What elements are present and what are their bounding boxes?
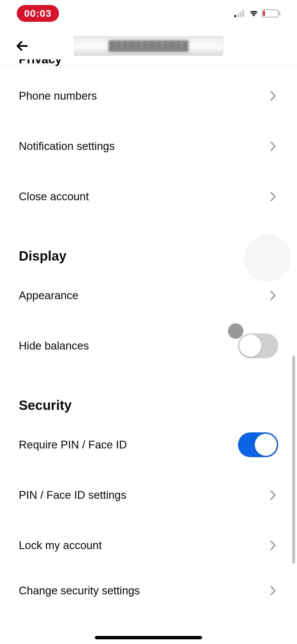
hide-balances-item: Hide balances <box>19 321 278 371</box>
notification-settings-item[interactable]: Notification settings <box>19 121 278 171</box>
lock-account-item[interactable]: Lock my account <box>19 520 278 571</box>
section-heading-security: Security <box>19 398 278 413</box>
svg-rect-0 <box>234 15 236 17</box>
require-pin-toggle[interactable] <box>238 432 278 457</box>
scrollbar[interactable] <box>292 356 295 564</box>
battery-percent: 13 <box>266 11 271 16</box>
close-account-label: Close account <box>19 190 89 203</box>
require-pin-item: Require PIN / Face ID <box>19 420 278 470</box>
pin-settings-label: PIN / Face ID settings <box>19 489 126 501</box>
change-security-item[interactable]: Change security settings <box>19 571 278 611</box>
content-scroll[interactable]: Privacy Phone numbers Notification setti… <box>0 59 297 611</box>
chevron-right-icon <box>268 192 278 202</box>
chevron-right-icon <box>268 290 278 301</box>
phone-numbers-label: Phone numbers <box>19 90 97 102</box>
page-title-blurred: ████████████ <box>74 36 223 56</box>
battery-icon: 13 <box>262 9 280 17</box>
status-bar: 00:03 13 <box>0 0 297 27</box>
close-account-item[interactable]: Close account <box>19 171 278 222</box>
pin-settings-item[interactable]: PIN / Face ID settings <box>19 470 278 520</box>
require-pin-label: Require PIN / Face ID <box>19 438 127 451</box>
svg-rect-2 <box>240 12 241 17</box>
chevron-right-icon <box>268 141 278 151</box>
home-indicator[interactable] <box>95 636 202 639</box>
svg-rect-1 <box>237 13 239 17</box>
section-heading-privacy-partial: Privacy <box>19 59 278 67</box>
back-button[interactable] <box>14 38 31 54</box>
recording-time-pill: 00:03 <box>17 5 59 22</box>
wifi-icon <box>249 10 258 17</box>
section-heading-display: Display <box>19 249 278 264</box>
appearance-label: Appearance <box>19 289 78 302</box>
change-security-label: Change security settings <box>19 584 140 597</box>
notification-settings-label: Notification settings <box>19 140 115 153</box>
phone-numbers-item[interactable]: Phone numbers <box>19 71 278 121</box>
arrow-left-icon <box>15 39 29 53</box>
chevron-right-icon <box>268 586 278 596</box>
status-right: 13 <box>234 9 280 17</box>
cellular-signal-icon <box>234 10 246 17</box>
appearance-item[interactable]: Appearance <box>19 270 278 321</box>
chevron-right-icon <box>268 91 278 101</box>
lock-account-label: Lock my account <box>19 539 102 552</box>
hide-balances-toggle[interactable] <box>238 333 278 358</box>
chevron-right-icon <box>268 490 278 500</box>
chevron-right-icon <box>268 540 278 550</box>
hide-balances-label: Hide balances <box>19 339 89 352</box>
svg-rect-3 <box>242 10 244 17</box>
